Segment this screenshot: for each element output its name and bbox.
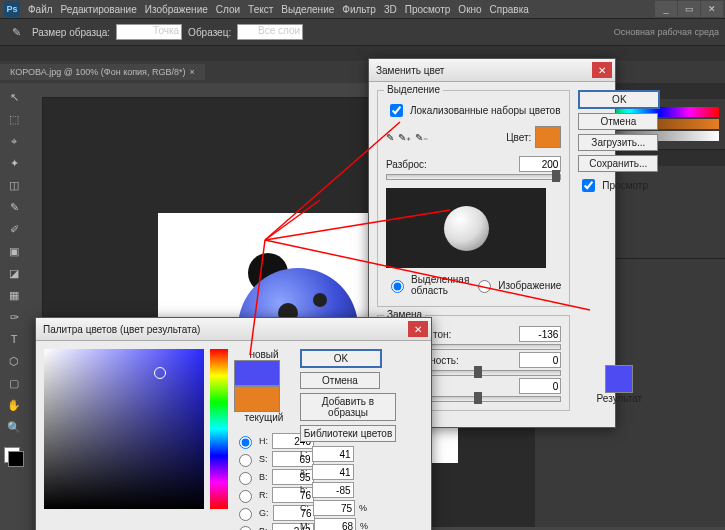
fuzziness-label: Разброс: [386, 159, 427, 170]
result-color-swatch[interactable] [605, 365, 633, 393]
menu-layers[interactable]: Слои [216, 4, 240, 15]
image-radio-label: Изображение [498, 280, 561, 291]
path-tool-icon[interactable]: ⬡ [4, 351, 24, 371]
cancel-button[interactable]: Отмена [578, 113, 658, 130]
selection-radio[interactable] [391, 280, 404, 293]
lasso-tool-icon[interactable]: ⌖ [4, 131, 24, 151]
app-logo: Ps [4, 1, 20, 17]
a-input[interactable] [312, 464, 354, 480]
menu-edit[interactable]: Редактирование [61, 4, 137, 15]
move-tool-icon[interactable]: ↖ [4, 87, 24, 107]
h-radio[interactable] [239, 436, 252, 449]
crop-tool-icon[interactable]: ◫ [4, 175, 24, 195]
menu-window[interactable]: Окно [458, 4, 481, 15]
current-color-swatch[interactable] [234, 386, 280, 412]
b-radio[interactable] [239, 472, 252, 485]
color-libraries-button[interactable]: Библиотеки цветов [300, 425, 396, 442]
close-icon[interactable]: ✕ [701, 1, 723, 17]
g-radio[interactable] [239, 508, 252, 521]
result-label: Результат [578, 393, 660, 404]
load-button[interactable]: Загрузить... [578, 134, 658, 151]
marquee-tool-icon[interactable]: ⬚ [4, 109, 24, 129]
preview-checkbox[interactable] [582, 179, 595, 192]
sat-input[interactable] [519, 352, 561, 368]
lab-b-input[interactable] [312, 482, 354, 498]
wand-tool-icon[interactable]: ✦ [4, 153, 24, 173]
eyedropper-minus-icon[interactable]: ✎₋ [415, 132, 428, 143]
color-swatch[interactable] [4, 447, 24, 467]
sample-size-label: Размер образца: [32, 27, 110, 38]
selection-preview [386, 188, 546, 268]
s-radio[interactable] [239, 454, 252, 467]
m-input[interactable] [314, 518, 356, 530]
eraser-tool-icon[interactable]: ◪ [4, 263, 24, 283]
selection-group-label: Выделение [384, 84, 443, 95]
color-label: Цвет: [506, 132, 531, 143]
sample-size-select[interactable]: Точка [116, 24, 182, 40]
menu-help[interactable]: Справка [490, 4, 529, 15]
eyedropper-tool-icon[interactable]: ✎ [4, 197, 24, 217]
pen-tool-icon[interactable]: ✑ [4, 307, 24, 327]
color-field[interactable] [44, 349, 204, 509]
add-swatch-button[interactable]: Добавить в образцы [300, 393, 396, 421]
sample-select[interactable]: Все слои [237, 24, 303, 40]
eyedropper-plus-icon[interactable]: ✎₊ [398, 132, 411, 143]
hand-tool-icon[interactable]: ✋ [4, 395, 24, 415]
color-picker-dialog: Палитра цветов (цвет результата) ✕ новый… [35, 317, 432, 530]
menu-file[interactable]: Файл [28, 4, 53, 15]
b2-radio[interactable] [239, 526, 252, 530]
light-input[interactable] [519, 378, 561, 394]
new-color-swatch[interactable] [234, 360, 280, 386]
localized-checkbox[interactable] [390, 104, 403, 117]
source-color-swatch[interactable] [535, 126, 561, 148]
c-input[interactable] [313, 500, 355, 516]
dialog-close-icon[interactable]: ✕ [592, 62, 612, 78]
sample-label: Образец: [188, 27, 231, 38]
eyedropper-icon: ✎ [6, 22, 26, 42]
new-color-label: новый [234, 349, 294, 360]
document-tab[interactable]: КОРОВА.jpg @ 100% (Фон копия, RGB/8*)× [0, 64, 205, 80]
preview-label: Просмотр [602, 180, 648, 191]
workspace-label[interactable]: Основная рабочая среда [614, 27, 719, 37]
selection-radio-label: Выделенная область [411, 274, 469, 296]
picker-cancel-button[interactable]: Отмена [300, 372, 380, 389]
picker-close-icon[interactable]: ✕ [408, 321, 428, 337]
r-radio[interactable] [239, 490, 252, 503]
ok-button[interactable]: OK [578, 90, 660, 109]
current-color-label: текущий [234, 412, 294, 423]
maximize-icon[interactable]: ▭ [678, 1, 700, 17]
menu-image[interactable]: Изображение [145, 4, 208, 15]
picker-title: Палитра цветов (цвет результата) [43, 324, 200, 335]
brush-tool-icon[interactable]: ✐ [4, 219, 24, 239]
localized-label: Локализованные наборы цветов [410, 105, 560, 116]
stamp-tool-icon[interactable]: ▣ [4, 241, 24, 261]
hue-input[interactable] [519, 326, 561, 342]
minimize-icon[interactable]: _ [655, 1, 677, 17]
text-tool-icon[interactable]: T [4, 329, 24, 349]
gradient-tool-icon[interactable]: ▦ [4, 285, 24, 305]
image-radio[interactable] [478, 280, 491, 293]
menu-filter[interactable]: Фильтр [342, 4, 376, 15]
tab-close-icon[interactable]: × [189, 67, 194, 77]
hue-strip[interactable] [210, 349, 228, 509]
menu-select[interactable]: Выделение [281, 4, 334, 15]
menu-view[interactable]: Просмотр [405, 4, 451, 15]
fuzziness-slider[interactable] [386, 174, 561, 180]
menu-3d[interactable]: 3D [384, 4, 397, 15]
eyedropper-icon[interactable]: ✎ [386, 132, 394, 143]
l-input[interactable] [312, 446, 354, 462]
save-button[interactable]: Сохранить... [578, 155, 658, 172]
zoom-tool-icon[interactable]: 🔍 [4, 417, 24, 437]
menu-text[interactable]: Текст [248, 4, 273, 15]
picker-ok-button[interactable]: OK [300, 349, 382, 368]
dialog-title: Заменить цвет [376, 65, 444, 76]
shape-tool-icon[interactable]: ▢ [4, 373, 24, 393]
